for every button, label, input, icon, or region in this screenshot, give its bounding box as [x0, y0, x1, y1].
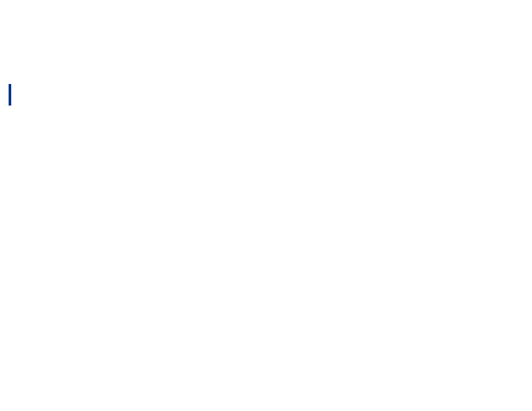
page: where: PORT = 0-3 REGISTER = 0-3 I/O = '… [0, 0, 532, 411]
left-margin [0, 0, 17, 411]
blue-bar [9, 84, 11, 106]
